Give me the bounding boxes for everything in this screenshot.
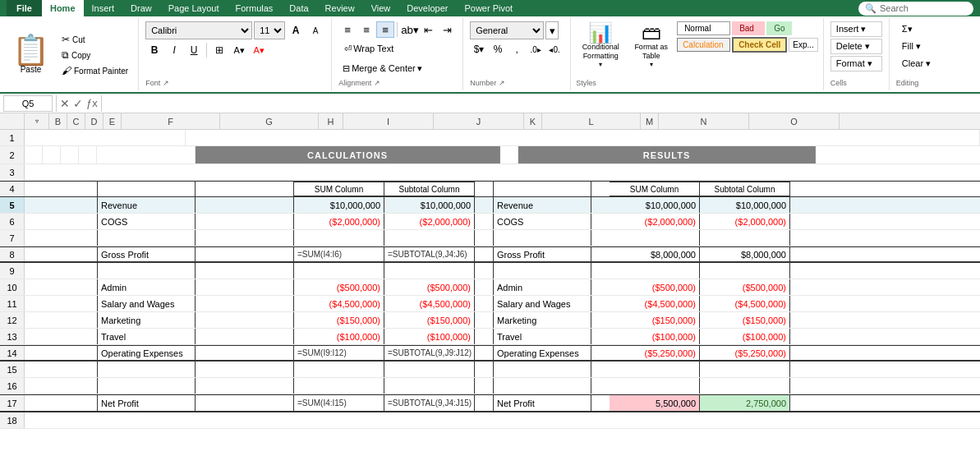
font-grow-button[interactable]: A [287,21,305,39]
results-row6-sum[interactable]: ($2,000,000) [610,214,700,229]
calc-row5-label[interactable]: Revenue [97,197,196,213]
format-painter-button[interactable]: 🖌 Format Painter [58,63,131,78]
results-row17-label[interactable]: Net Profit [493,395,591,411]
results-row5-subtotal[interactable]: $10,000,000 [700,197,790,213]
explanatory-style-cell[interactable]: Exp... [789,38,818,52]
results-row17-subtotal[interactable]: 2,750,000 [700,395,790,411]
clear-button[interactable]: Clear ▾ [896,56,957,71]
row-num-9[interactable]: 9 [0,263,25,279]
calc-row12-sum[interactable]: ($150,000) [294,312,384,328]
calc-row8-sum[interactable]: =SUM(I4:I6) [294,247,384,261]
results-row17-sum[interactable]: 5,500,000 [610,395,700,411]
align-top-right-button[interactable]: ≡ [376,21,394,38]
results-row10-subtotal[interactable]: ($500,000) [700,279,790,295]
calc-row11-subtotal[interactable]: ($4,500,000) [384,296,475,311]
tab-draw[interactable]: Draw [122,0,160,16]
results-row14-label[interactable]: Operating Expenses [493,346,591,360]
check-cell-style[interactable]: Check Cell [732,37,787,53]
col-header-F[interactable]: F [122,113,220,129]
calc-row13-sum[interactable]: ($100,000) [294,329,384,344]
font-name-selector[interactable]: Calibri [145,21,252,39]
cell-reference-input[interactable]: Q5 [3,95,53,112]
col-header-E[interactable]: E [104,113,122,129]
tab-home[interactable]: Home [42,0,84,16]
calc-row12-label[interactable]: Marketing [97,312,196,328]
row-num-15[interactable]: 15 [0,362,25,377]
row-num-2[interactable]: 2 [0,146,25,164]
orientation-button[interactable]: ab▾ [400,21,418,38]
calc-row13-subtotal[interactable]: ($100,000) [384,329,475,344]
bad-style-cell[interactable]: Bad [732,21,765,35]
conditional-formatting-button[interactable]: 📊 ConditionalFormatting ▾ [576,21,625,70]
results-row14-sum[interactable]: ($5,250,000) [610,346,700,360]
row-num-5[interactable]: 5 [0,197,25,213]
calc-row10-sum[interactable]: ($500,000) [294,279,384,295]
calc-row14-sum[interactable]: =SUM(I9:I12) [294,346,384,360]
formula-input[interactable] [105,99,977,108]
results-row8-label[interactable]: Gross Profit [493,247,591,261]
calc-row12-subtotal[interactable]: ($150,000) [384,312,475,328]
row-num-18[interactable]: 18 [0,412,25,428]
calc-row10-subtotal[interactable]: ($500,000) [384,279,475,295]
results-row6-label[interactable]: COGS [493,214,591,229]
row-num-4[interactable]: 4 [0,182,25,196]
calc-row11-label[interactable]: Salary and Wages [97,296,196,311]
calc-row13-label[interactable]: Travel [97,329,196,344]
calc-row5-sum[interactable]: $10,000,000 [294,197,384,213]
calc-row10-label[interactable]: Admin [97,279,196,295]
comma-button[interactable]: , [508,41,526,58]
calc-row6-label[interactable]: COGS [97,214,196,229]
tab-view[interactable]: View [363,0,399,16]
number-format-selector[interactable]: General [470,21,544,39]
calc-row11-sum[interactable]: ($4,500,000) [294,296,384,311]
results-row14-subtotal[interactable]: ($5,250,000) [700,346,790,360]
results-row11-label[interactable]: Salary and Wages [493,296,591,311]
results-row12-label[interactable]: Marketing [493,312,591,328]
col-header-B[interactable]: B [49,113,67,129]
col-header-I[interactable]: I [343,113,434,129]
calc-row14-subtotal[interactable]: =SUBTOTAL(9,J9:J12) [384,346,475,360]
number-format-dropdown[interactable]: ▾ [545,21,559,39]
normal-style-cell[interactable]: Normal [677,21,730,35]
currency-button[interactable]: $▾ [470,41,488,58]
results-row8-sum[interactable]: $8,000,000 [610,247,700,261]
tab-developer[interactable]: Developer [398,0,456,16]
calc-row8-subtotal[interactable]: =SUBTOTAL(9,J4:J6) [384,247,475,261]
format-as-table-button[interactable]: 🗃 Format asTable ▾ [628,21,674,70]
fill-button[interactable]: Fill ▾ [896,39,957,54]
results-row8-subtotal[interactable]: $8,000,000 [700,247,790,261]
row-num-1[interactable]: 1 [0,130,25,145]
search-box[interactable]: 🔍 Search [858,2,973,16]
good-style-cell[interactable]: Go [766,21,792,35]
insert-function-button[interactable]: ƒx [86,97,98,109]
italic-button[interactable]: I [165,41,183,59]
results-row5-sum[interactable]: $10,000,000 [610,197,700,213]
results-row10-sum[interactable]: ($500,000) [610,279,700,295]
copy-button[interactable]: ⧉ Copy [58,48,131,62]
align-top-center-button[interactable]: ≡ [357,21,375,38]
font-color-button[interactable]: A▾ [250,41,268,59]
bold-button[interactable]: B [145,41,163,59]
calc-row5-subtotal[interactable]: $10,000,000 [384,197,475,213]
insert-button[interactable]: Insert ▾ [830,21,882,37]
col-header-K[interactable]: K [524,113,542,129]
row-num-10[interactable]: 10 [0,279,25,295]
row-num-16[interactable]: 16 [0,378,25,394]
calc-row17-subtotal[interactable]: =SUBTOTAL(9,J4:J15) [384,395,475,411]
decrease-decimal-button[interactable]: .0▸ [527,41,545,58]
delete-button[interactable]: Delete ▾ [830,39,882,54]
cancel-formula-button[interactable]: ✕ [60,97,70,110]
results-row13-subtotal[interactable]: ($100,000) [700,329,790,344]
results-row10-label[interactable]: Admin [493,279,591,295]
tab-power-pivot[interactable]: Power Pivot [456,0,521,16]
tab-data[interactable]: Data [281,0,316,16]
results-row5-label[interactable]: Revenue [493,197,591,213]
calc-row8-label[interactable]: Gross Profit [97,247,196,261]
confirm-formula-button[interactable]: ✓ [73,97,83,110]
tab-formulas[interactable]: Formulas [227,0,281,16]
col-header-H[interactable]: H [319,113,343,129]
select-all-button[interactable]: ▿ [25,113,49,129]
format-button[interactable]: Format ▾ [830,56,882,71]
calc-row17-label[interactable]: Net Profit [97,395,196,411]
row-num-12[interactable]: 12 [0,312,25,328]
